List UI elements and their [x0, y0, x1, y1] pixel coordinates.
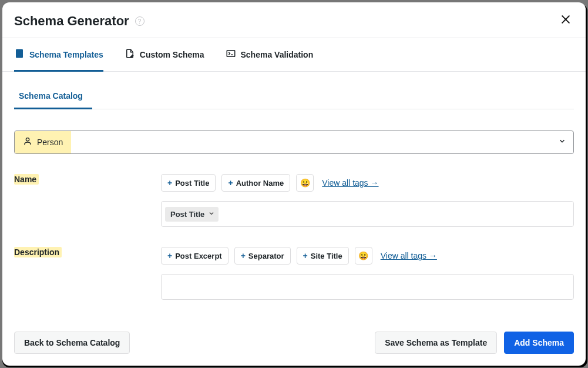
save-template-button[interactable]: Save Schema as Template: [375, 332, 497, 354]
tag-separator[interactable]: +Separator: [234, 247, 291, 265]
field-row-name: Name +Post Title +Author Name 😀 View all…: [14, 174, 574, 227]
sub-tabs: Schema Catalog: [14, 83, 574, 109]
tag-post-excerpt[interactable]: +Post Excerpt: [161, 247, 229, 265]
schema-type-selected: Person: [15, 131, 71, 153]
field-label-name: Name: [14, 174, 39, 185]
tab-label: Schema Templates: [29, 50, 103, 59]
tag-row-description: +Post Excerpt +Separator +Site Title 😀 V…: [161, 247, 574, 265]
field-row-description: Description +Post Excerpt +Separator +Si…: [14, 247, 574, 300]
smile-icon: 😀: [300, 178, 310, 188]
modal-body: Schema Catalog Person Name +Post Title: [2, 72, 586, 322]
emoji-button[interactable]: 😀: [296, 174, 314, 192]
tab-schema-validation[interactable]: Schema Validation: [226, 39, 314, 72]
tag-text: Site Title: [311, 252, 342, 260]
document-edit-icon: [125, 48, 135, 61]
view-all-tags-link[interactable]: View all tags →: [381, 251, 437, 260]
plus-icon: +: [241, 251, 246, 260]
smile-icon: 😀: [358, 251, 368, 260]
tag-author-name[interactable]: +Author Name: [221, 174, 290, 192]
schema-generator-modal: Schema Generator ? Schema Templates Cust…: [2, 2, 586, 366]
tab-schema-templates[interactable]: Schema Templates: [14, 39, 103, 72]
field-label-col: Name: [14, 174, 161, 227]
modal-title: Schema Generator: [14, 14, 129, 29]
token-post-title[interactable]: Post Title: [165, 207, 219, 222]
help-icon[interactable]: ?: [135, 16, 145, 26]
subtab-schema-catalog[interactable]: Schema Catalog: [14, 84, 92, 109]
tag-text: Author Name: [236, 179, 284, 188]
svg-rect-6: [227, 51, 235, 57]
plus-icon: +: [167, 251, 172, 260]
svg-point-8: [26, 138, 29, 141]
add-schema-button[interactable]: Add Schema: [504, 332, 574, 354]
tag-row-name: +Post Title +Author Name 😀 View all tags…: [161, 174, 574, 192]
tab-custom-schema[interactable]: Custom Schema: [125, 39, 204, 72]
name-input[interactable]: Post Title: [161, 201, 574, 227]
token-text: Post Title: [170, 210, 204, 219]
view-all-tags-link[interactable]: View all tags →: [322, 178, 378, 188]
close-button[interactable]: [557, 13, 574, 29]
plus-icon: +: [167, 178, 172, 188]
tag-text: Separator: [248, 252, 284, 260]
tab-label: Custom Schema: [140, 50, 204, 59]
close-icon: [560, 14, 572, 29]
back-button[interactable]: Back to Schema Catalog: [14, 332, 130, 354]
plus-icon: +: [303, 251, 308, 260]
tag-text: Post Title: [175, 179, 209, 188]
description-input[interactable]: [161, 274, 574, 300]
modal-footer: Back to Schema Catalog Save Schema as Te…: [2, 322, 586, 366]
field-label-col: Description: [14, 247, 161, 300]
chevron-down-icon: [208, 210, 215, 219]
schema-type-select[interactable]: Person: [14, 131, 574, 154]
person-icon: [23, 136, 32, 148]
emoji-button[interactable]: 😀: [355, 247, 372, 265]
modal-header: Schema Generator ?: [2, 2, 586, 38]
tag-site-title[interactable]: +Site Title: [297, 247, 349, 265]
document-icon: [14, 48, 25, 61]
tab-label: Schema Validation: [241, 50, 314, 59]
field-content-name: +Post Title +Author Name 😀 View all tags…: [161, 174, 574, 227]
schema-type-label: Person: [37, 138, 63, 147]
tag-post-title[interactable]: +Post Title: [161, 174, 216, 192]
footer-right: Save Schema as Template Add Schema: [375, 332, 574, 354]
field-label-description: Description: [14, 247, 62, 257]
modal-title-wrap: Schema Generator ?: [14, 14, 145, 29]
chevron-down-icon: [551, 137, 573, 148]
terminal-icon: [226, 48, 236, 61]
main-tabs: Schema Templates Custom Schema Schema Va…: [2, 38, 586, 72]
plus-icon: +: [228, 178, 233, 188]
tag-text: Post Excerpt: [175, 252, 221, 260]
field-content-description: +Post Excerpt +Separator +Site Title 😀 V…: [161, 247, 574, 300]
